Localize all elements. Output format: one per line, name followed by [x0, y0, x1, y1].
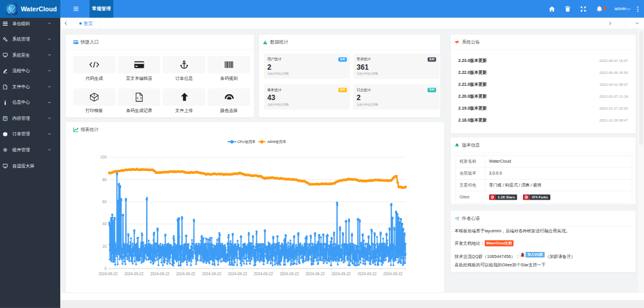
svg-text:2024-09-22: 2024-09-22 [357, 272, 377, 276]
svg-text:100: 100 [100, 155, 107, 159]
svg-text:2024-09-22: 2024-09-22 [305, 272, 325, 276]
svg-text:2024-09-22: 2024-09-22 [202, 272, 222, 276]
svg-text:2024-09-22: 2024-09-22 [332, 272, 351, 276]
svg-text:CPU使用率: CPU使用率 [237, 139, 255, 144]
svg-text:2024-09-22: 2024-09-22 [228, 272, 247, 276]
svg-text:80: 80 [102, 178, 107, 182]
svg-text:2024-09-22: 2024-09-22 [124, 272, 144, 276]
svg-text:0: 0 [104, 266, 107, 270]
svg-text:2024-09-22: 2024-09-22 [280, 272, 299, 276]
svg-text:20: 20 [102, 244, 107, 248]
svg-text:2024-09-22: 2024-09-22 [98, 272, 118, 276]
svg-text:2024-09-22: 2024-09-22 [383, 272, 403, 276]
svg-text:ARM使用率: ARM使用率 [267, 139, 286, 144]
svg-text:60: 60 [102, 200, 107, 204]
svg-text:2024-09-22: 2024-09-22 [176, 272, 196, 276]
svg-text:2024-09-22: 2024-09-22 [150, 272, 170, 276]
svg-text:2024-09-22: 2024-09-22 [253, 272, 273, 276]
svg-text:40: 40 [102, 222, 107, 226]
